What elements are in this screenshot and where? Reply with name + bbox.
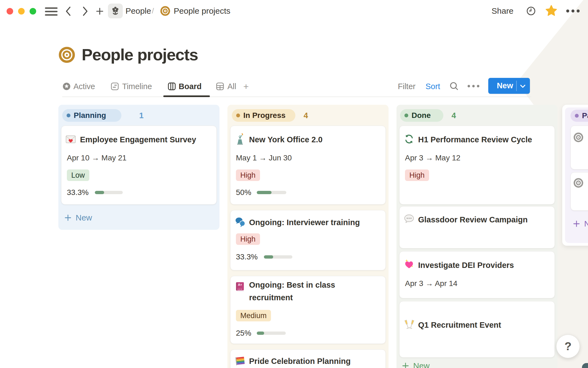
filter-button[interactable]: Filter (398, 80, 415, 93)
plus-icon (573, 220, 580, 228)
table-icon (216, 82, 224, 90)
page-title[interactable]: People projects (82, 43, 198, 67)
planning-new-card-button[interactable]: New (76, 212, 92, 224)
traffic-light-zoom[interactable] (30, 8, 36, 15)
progress-bar-fill (257, 332, 264, 335)
tab-board[interactable]: Board (179, 80, 202, 93)
card-dates: Apr 10 → May 21 (67, 153, 127, 163)
plus-icon (402, 362, 409, 368)
progress-label: 50% (236, 188, 251, 197)
progress-bar-fill (264, 255, 273, 259)
tab-all[interactable]: All (227, 80, 236, 93)
book-a-plus-icon: A+ (235, 281, 246, 292)
priority-tag: High (236, 169, 260, 181)
column-done-pill[interactable]: Done (400, 109, 443, 122)
progress-bar (257, 332, 286, 335)
teamspace-icon-box[interactable] (108, 4, 123, 18)
priority-tag: High (405, 169, 429, 181)
breadcrumb-team[interactable]: People (125, 5, 151, 17)
card-title: Ongoing: Best in class recruitment (249, 279, 367, 304)
priority-tag: High (236, 233, 260, 245)
speech-bubbles-icon (234, 216, 246, 228)
new-button-divider (516, 81, 517, 91)
breadcrumb-page[interactable]: People projects (174, 5, 230, 17)
new-page-icon[interactable] (95, 7, 104, 16)
new-button[interactable]: New (488, 78, 530, 94)
timeline-icon (111, 82, 119, 90)
progress-bar-fill (95, 191, 104, 194)
card-glassdoor-review[interactable] (399, 206, 555, 248)
svg-text:A+: A+ (238, 283, 242, 286)
traffic-light-minimize[interactable] (18, 8, 25, 15)
plus-icon (64, 214, 72, 222)
sort-button[interactable]: Sort (426, 80, 440, 93)
card-title: Employee Engagement Survey (80, 134, 196, 145)
card-dates: Apr 3 → May 12 (405, 153, 460, 163)
column-done-count: 4 (452, 109, 456, 122)
notion-window: People / People projects Share People pr… (0, 0, 588, 368)
search-icon[interactable] (449, 81, 459, 92)
card-title: Ongoing: Interviewer training (249, 217, 360, 228)
help-button[interactable]: ? (556, 335, 580, 358)
status-dot (236, 114, 240, 117)
rainbow-flag-icon (235, 355, 246, 366)
sidebar-menu-icon[interactable] (45, 7, 58, 16)
column-paused-name: Pa (582, 111, 588, 120)
tab-active[interactable]: Active (73, 80, 95, 93)
clinking-glasses-icon (403, 319, 415, 331)
column-in-progress-pill[interactable]: In Progress (232, 109, 295, 122)
card-title: Q1 Recruitment Event (418, 320, 501, 330)
bullseye-icon (160, 6, 170, 16)
column-planning-name: Planning (74, 111, 106, 120)
card-dates: May 1 → Jun 30 (236, 153, 292, 163)
progress-bar (264, 255, 292, 259)
card-title: Glassdoor Review Campaign (418, 214, 528, 225)
done-new-card-button[interactable]: New (413, 360, 430, 368)
tab-timeline[interactable]: Timeline (122, 80, 152, 93)
page-icon-bullseye[interactable] (58, 46, 76, 64)
column-planning-pill[interactable]: Planning (62, 109, 121, 122)
view-options-icon[interactable] (467, 84, 480, 88)
column-in-progress-count: 4 (304, 109, 308, 122)
progress-bar (257, 191, 286, 194)
progress-label: 33.3% (67, 188, 89, 197)
bullseye-gray-icon (573, 178, 584, 188)
column-in-progress-name: In Progress (243, 111, 286, 120)
back-icon[interactable] (65, 6, 72, 16)
column-done-name: Done (412, 111, 431, 120)
flower-icon (110, 5, 120, 16)
new-button-label: New (493, 78, 517, 94)
forward-icon[interactable] (81, 6, 89, 16)
progress-label: 25% (236, 329, 251, 338)
speech-balloon-icon (403, 213, 415, 225)
statue-of-liberty-icon (235, 133, 246, 145)
status-dot (575, 114, 579, 118)
card-investigate-dei[interactable] (399, 251, 555, 298)
priority-tag: Medium (236, 310, 271, 321)
add-view-button[interactable]: + (243, 80, 249, 93)
tabs-divider (62, 97, 531, 97)
board-icon (168, 82, 176, 90)
card-title: Pride Celebration Planning (249, 356, 351, 366)
card-title: New York Office 2.0 (249, 134, 322, 145)
circled-star-icon (62, 82, 71, 90)
progress-bar (95, 191, 123, 194)
paused-new-card-button[interactable]: N (584, 218, 588, 230)
more-options-icon[interactable] (564, 9, 582, 13)
active-tab-underline (163, 95, 210, 97)
card-title: H1 Performance Review Cycle (418, 134, 532, 145)
bullseye-gray-icon (573, 132, 584, 143)
favorite-star-icon[interactable] (545, 4, 558, 17)
card-title: Investigate DEI Providers (418, 260, 514, 270)
updates-clock-icon[interactable] (526, 6, 536, 16)
share-button[interactable]: Share (492, 5, 513, 17)
traffic-light-close[interactable] (7, 8, 13, 15)
column-paused-pill[interactable]: Pa (570, 110, 588, 122)
priority-tag: Low (67, 169, 89, 181)
chevron-down-icon[interactable] (519, 83, 526, 90)
cycle-arrows-icon (404, 134, 415, 145)
progress-bar-fill (257, 191, 272, 194)
breadcrumb-separator: / (152, 5, 154, 17)
card-dates: Apr 3 → Apr 14 (405, 279, 457, 288)
progress-label: 33.3% (236, 253, 258, 261)
